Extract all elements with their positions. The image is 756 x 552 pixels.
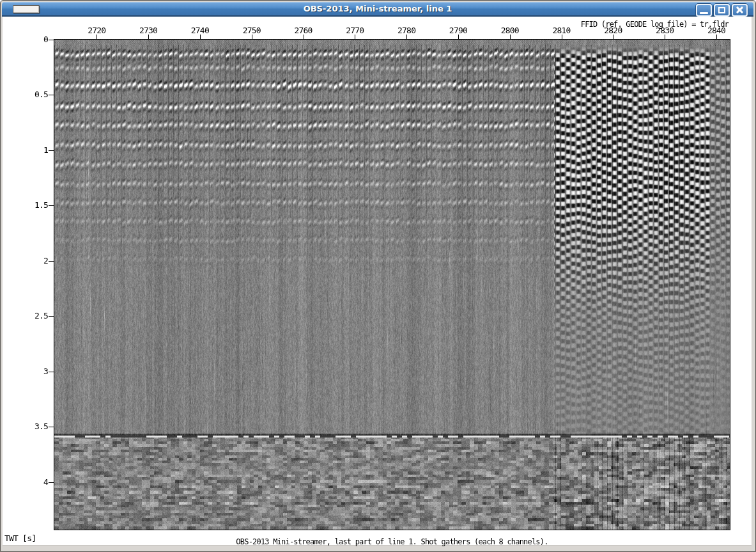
y-axis-title: TWT [s] — [4, 533, 36, 543]
minimize-icon — [700, 12, 708, 14]
maximize-icon — [718, 7, 725, 13]
seismic-image[interactable] — [54, 40, 730, 530]
x-axis-title: FFID (ref. GEODE log file) = tr.fldr — [581, 20, 729, 29]
window-controls — [696, 4, 748, 17]
app-window: OBS-2013, Mini-streamer, line 1 27202730… — [0, 0, 756, 552]
plot-frame — [54, 39, 730, 530]
figure-caption: OBS-2013 Mini-streamer, last part of lin… — [54, 537, 730, 546]
window-titlebar[interactable]: OBS-2013, Mini-streamer, line 1 — [2, 2, 753, 17]
window-menu-icon[interactable] — [13, 5, 40, 13]
maximize-button[interactable] — [714, 4, 730, 17]
window-title: OBS-2013, Mini-streamer, line 1 — [79, 4, 677, 13]
minimize-button[interactable] — [696, 4, 712, 17]
close-button[interactable] — [732, 4, 748, 17]
